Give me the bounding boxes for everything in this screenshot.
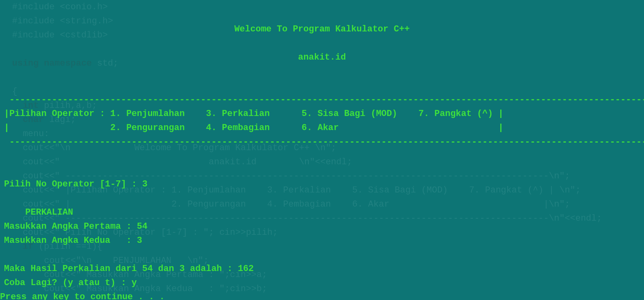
dash-bottom: ----------------------------------------… [0,137,644,147]
press-any-key: Press any key to continue . . . [0,292,165,300]
operation-label: PERKALIAN [4,207,73,217]
pick-operator-prompt: Pilih No Operator [1-7] : 3 [4,179,147,189]
input-first-number: Masukkan Angka Pertama : 54 [4,221,147,232]
result-output: Maka Hasil Perkalian dari 54 dan 3 adala… [4,264,254,274]
operator-row-2: | 2. Pengurangan 4. Pembagian 6. Akar | [0,123,504,133]
operator-row-1: |Pilihan Operator : 1. Penjumlahan 3. Pe… [0,109,504,119]
program-title: Welcome To Program Kalkulator C++ [0,22,644,36]
retry-prompt: Coba Lagi? (y atau t) : y [4,278,137,288]
dash-top: ----------------------------------------… [0,95,644,105]
program-subtitle: anakit.id [0,50,644,64]
console-output: Welcome To Program Kalkulator C++ anakit… [0,0,644,300]
input-second-number: Masukkan Angka Kedua : 3 [4,236,142,246]
session-block: Pilih No Operator [1-7] : 3 PERKALIAN Ma… [0,163,644,290]
